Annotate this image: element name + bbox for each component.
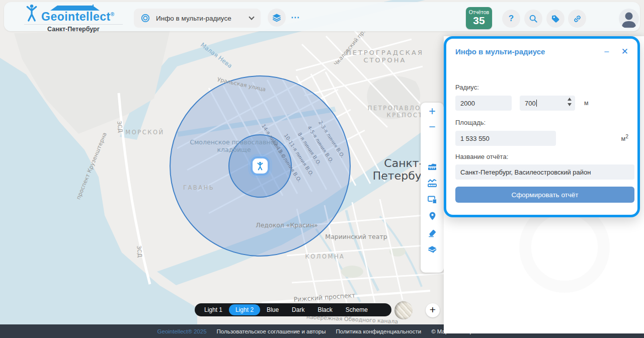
share-link-button[interactable]	[568, 10, 586, 28]
style-option[interactable]: Light 2	[229, 304, 260, 315]
link-icon	[573, 14, 582, 24]
style-switcher: Light 1Light 2BlueDarkBlackScheme	[195, 303, 391, 316]
layers-stack-icon	[427, 244, 437, 255]
footer-brand: Geointellect® 2025	[157, 328, 207, 334]
header-bar: Geointellect® Санкт-Петербург Инфо в мул…	[4, 2, 640, 31]
radius-value-1: 2000	[460, 100, 475, 107]
person-figure-icon	[24, 4, 39, 23]
eraser-icon	[428, 228, 437, 237]
radius-input-1[interactable]: 2000	[455, 96, 512, 111]
radius-label: Радиус:	[455, 83, 628, 91]
report-name-label: Название отчёта:	[455, 153, 628, 160]
devices-icon	[427, 195, 437, 205]
logo-city-label: Санкт-Петербург	[24, 26, 123, 33]
registered-mark: ®	[111, 12, 115, 17]
number-stepper[interactable]	[568, 98, 572, 106]
footer-links: Пользовательское соглашение и авторыПоли…	[217, 328, 422, 334]
layers-button[interactable]	[268, 9, 286, 27]
zoom-in-button[interactable]: +	[429, 106, 435, 121]
footer-link[interactable]: Политика конфиденциальности	[336, 328, 421, 334]
radius-unit: м	[584, 100, 589, 107]
chevron-down-icon	[249, 14, 254, 20]
panel-title: Инфо в мульти-радиусе	[455, 47, 604, 56]
map-toolbar: + −	[421, 103, 444, 273]
avatar[interactable]	[619, 9, 639, 29]
logo-divider	[24, 24, 123, 25]
area-label: Площадь:	[455, 119, 628, 126]
line-chart-ruler-icon	[427, 178, 437, 188]
layers-edit-button[interactable]	[427, 241, 437, 258]
zoom-out-button[interactable]: −	[429, 121, 435, 137]
reports-badge[interactable]: Отчётов 35	[466, 7, 492, 29]
area-report-button[interactable]	[427, 158, 437, 175]
question-icon: ?	[509, 14, 514, 24]
footer-link[interactable]: Пользовательское соглашение и авторы	[217, 328, 326, 334]
area-value: 1 533 550	[460, 135, 490, 142]
report-name-input[interactable]: Санкт-Петербург, Василеостровский район	[455, 164, 634, 180]
search-icon	[529, 14, 538, 23]
generate-report-button[interactable]: Сформировать отчёт	[455, 187, 634, 203]
more-menu-button[interactable]: ⋯	[291, 12, 300, 23]
user-silhouette-icon	[619, 9, 639, 29]
tag-icon	[551, 14, 560, 23]
style-option[interactable]: Black	[311, 304, 339, 315]
center-marker[interactable]	[253, 158, 268, 174]
area-unit: м2	[621, 134, 628, 142]
text-caret	[536, 100, 537, 107]
report-name-value: Санкт-Петербург, Василеостровский район	[460, 168, 591, 176]
radius-value-2: 700	[525, 100, 536, 107]
minimize-button[interactable]: –	[604, 47, 609, 56]
multi-radius-panel: Инфо в мульти-радиусе – ✕ Радиус: 2000 7…	[444, 36, 640, 217]
style-thumbnail[interactable]	[394, 301, 413, 319]
help-button[interactable]: ?	[502, 10, 520, 28]
line-report-button[interactable]	[427, 175, 437, 191]
devices-button[interactable]	[427, 191, 437, 208]
area-chart-ruler-icon	[427, 161, 437, 172]
stepper-up-icon[interactable]	[568, 98, 572, 101]
layers-icon	[272, 13, 282, 23]
style-option[interactable]: Dark	[285, 304, 311, 315]
logo[interactable]: Geointellect® Санкт-Петербург	[24, 4, 123, 33]
add-style-button[interactable]: +	[426, 303, 440, 317]
close-icon[interactable]: ✕	[621, 47, 628, 56]
reports-badge-count: 35	[466, 15, 492, 26]
search-button[interactable]	[524, 10, 542, 28]
tags-button[interactable]	[546, 10, 565, 28]
pin-icon	[428, 211, 437, 221]
eraser-button[interactable]	[428, 224, 437, 241]
person-marker-icon	[255, 161, 265, 171]
tool-select-value: Инфо в мульти-радиусе	[156, 15, 250, 22]
style-option[interactable]: Scheme	[339, 304, 374, 315]
pin-button[interactable]	[428, 208, 437, 224]
radius-input-2[interactable]: 700	[520, 96, 575, 111]
area-input[interactable]: 1 533 550	[455, 131, 556, 146]
tool-select-dropdown[interactable]: Инфо в мульти-радиусе	[134, 9, 261, 28]
stepper-down-icon[interactable]	[568, 103, 572, 106]
style-option[interactable]: Blue	[260, 304, 285, 315]
concentric-radius-icon	[141, 14, 150, 23]
style-option[interactable]: Light 1	[198, 304, 229, 315]
brand-name: Geointellect	[41, 10, 111, 23]
